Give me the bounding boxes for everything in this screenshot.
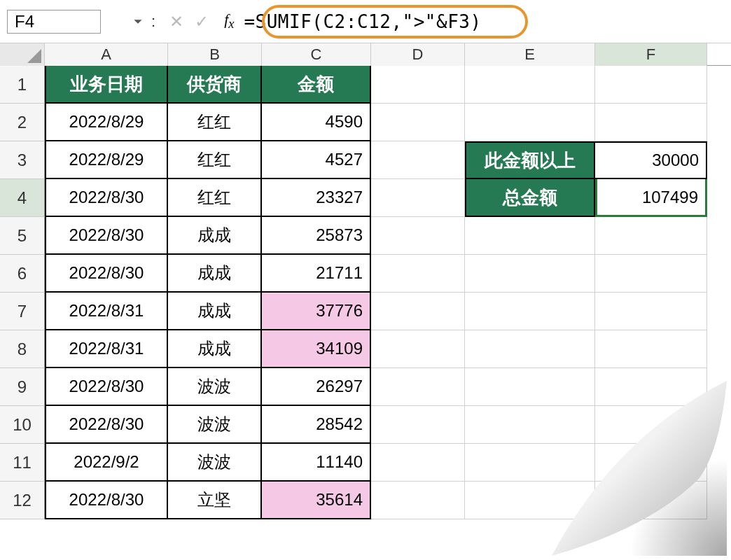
row-header[interactable]: 11	[0, 444, 45, 482]
row-header[interactable]: 3	[0, 141, 45, 179]
col-header-C[interactable]: C	[262, 43, 371, 66]
empty-cell[interactable]	[465, 330, 595, 368]
header-date[interactable]: 业务日期	[45, 66, 168, 104]
empty-cell[interactable]	[465, 482, 595, 519]
cell-amount[interactable]: 21711	[262, 255, 371, 293]
cell-supplier[interactable]: 波波	[168, 368, 262, 406]
row-headers: 1 2 3 4 5 6 7 8 9 10 11 12	[0, 66, 45, 519]
cell-supplier[interactable]: 红红	[168, 104, 262, 141]
select-all-button[interactable]	[0, 43, 45, 66]
cell-supplier[interactable]: 成成	[168, 330, 262, 368]
empty-cell[interactable]	[465, 104, 595, 141]
row-header[interactable]: 4	[0, 179, 45, 217]
empty-cell[interactable]	[371, 104, 465, 141]
row-header[interactable]: 5	[0, 217, 45, 255]
cell-date[interactable]: 2022/8/30	[45, 255, 168, 293]
cell-amount[interactable]: 4590	[262, 104, 371, 141]
empty-cell[interactable]	[595, 482, 707, 519]
col-header-A[interactable]: A	[45, 43, 168, 66]
empty-cell[interactable]	[595, 255, 707, 293]
cell-date[interactable]: 2022/8/30	[45, 406, 168, 444]
header-supplier[interactable]: 供货商	[168, 66, 262, 104]
row-header[interactable]: 9	[0, 368, 45, 406]
cell-supplier[interactable]: 红红	[168, 179, 262, 217]
empty-cell[interactable]	[371, 406, 465, 444]
row-header[interactable]: 1	[0, 66, 45, 104]
empty-cell[interactable]	[465, 368, 595, 406]
cell-supplier[interactable]: 波波	[168, 444, 262, 482]
empty-cell[interactable]	[465, 293, 595, 330]
empty-cell[interactable]	[371, 330, 465, 368]
empty-cell[interactable]	[465, 217, 595, 255]
cell-date[interactable]: 2022/8/29	[45, 141, 168, 179]
empty-cell[interactable]	[465, 444, 595, 482]
row-header[interactable]: 7	[0, 293, 45, 330]
fx-icon[interactable]: fx	[224, 10, 234, 31]
empty-cell[interactable]	[371, 141, 465, 179]
cell-date[interactable]: 2022/8/30	[45, 482, 168, 519]
empty-cell[interactable]	[595, 217, 707, 255]
cell-date[interactable]: 2022/8/31	[45, 293, 168, 330]
cell-amount[interactable]: 28542	[262, 406, 371, 444]
header-amount[interactable]: 金额	[262, 66, 371, 104]
empty-cell[interactable]	[371, 217, 465, 255]
cell-date[interactable]: 2022/8/30	[45, 217, 168, 255]
row-header[interactable]: 6	[0, 255, 45, 293]
col-header-F[interactable]: F	[595, 43, 707, 66]
total-label[interactable]: 总金额	[465, 179, 595, 217]
cell-supplier[interactable]: 成成	[168, 293, 262, 330]
empty-cell[interactable]	[371, 179, 465, 217]
col-header-E[interactable]: E	[465, 43, 595, 66]
cell-amount[interactable]: 23327	[262, 179, 371, 217]
cell-amount[interactable]: 4527	[262, 141, 371, 179]
cell-amount[interactable]: 25873	[262, 217, 371, 255]
cell-amount[interactable]: 35614	[262, 482, 371, 519]
accept-icon[interactable]: ✓	[195, 12, 209, 31]
active-cell-ref: F4	[15, 12, 34, 31]
empty-cell[interactable]	[465, 406, 595, 444]
empty-cell[interactable]	[465, 255, 595, 293]
col-header-B[interactable]: B	[168, 43, 262, 66]
cell-amount[interactable]: 34109	[262, 330, 371, 368]
cell-date[interactable]: 2022/8/31	[45, 330, 168, 368]
empty-cell[interactable]	[595, 330, 707, 368]
cell-amount[interactable]: 11140	[262, 444, 371, 482]
cell-date[interactable]: 2022/8/29	[45, 104, 168, 141]
empty-cell[interactable]	[371, 255, 465, 293]
threshold-value[interactable]: 30000	[595, 141, 707, 179]
row-header[interactable]: 8	[0, 330, 45, 368]
table-header-row: 业务日期 供货商 金额	[45, 66, 707, 104]
empty-cell[interactable]	[371, 293, 465, 330]
cell-date[interactable]: 2022/8/30	[45, 179, 168, 217]
empty-cell[interactable]	[595, 104, 707, 141]
cell-amount[interactable]: 37776	[262, 293, 371, 330]
name-box-dropdown-icon[interactable]	[133, 17, 143, 27]
empty-cell[interactable]	[371, 368, 465, 406]
name-box[interactable]: F4	[7, 10, 101, 34]
cell-amount[interactable]: 26297	[262, 368, 371, 406]
row-header[interactable]: 2	[0, 104, 45, 141]
empty-cell[interactable]	[371, 66, 465, 104]
cell-supplier[interactable]: 红红	[168, 141, 262, 179]
row-header[interactable]: 12	[0, 482, 45, 519]
empty-cell[interactable]	[595, 66, 707, 104]
threshold-label[interactable]: 此金额以上	[465, 141, 595, 179]
cancel-icon[interactable]: ✕	[169, 12, 183, 31]
col-header-D[interactable]: D	[371, 43, 465, 66]
cell-supplier[interactable]: 成成	[168, 217, 262, 255]
empty-cell[interactable]	[595, 444, 707, 482]
empty-cell[interactable]	[595, 368, 707, 406]
cell-supplier[interactable]: 立坚	[168, 482, 262, 519]
formula-input[interactable]: =SUMIF(C2:C12,">"&F3)	[244, 11, 481, 32]
cell-supplier[interactable]: 成成	[168, 255, 262, 293]
row-header[interactable]: 10	[0, 406, 45, 444]
empty-cell[interactable]	[371, 444, 465, 482]
empty-cell[interactable]	[595, 293, 707, 330]
cell-date[interactable]: 2022/8/30	[45, 368, 168, 406]
total-value-active-cell[interactable]: 107499	[595, 179, 707, 217]
empty-cell[interactable]	[371, 482, 465, 519]
cell-date[interactable]: 2022/9/2	[45, 444, 168, 482]
empty-cell[interactable]	[465, 66, 595, 104]
cell-supplier[interactable]: 波波	[168, 406, 262, 444]
empty-cell[interactable]	[595, 406, 707, 444]
